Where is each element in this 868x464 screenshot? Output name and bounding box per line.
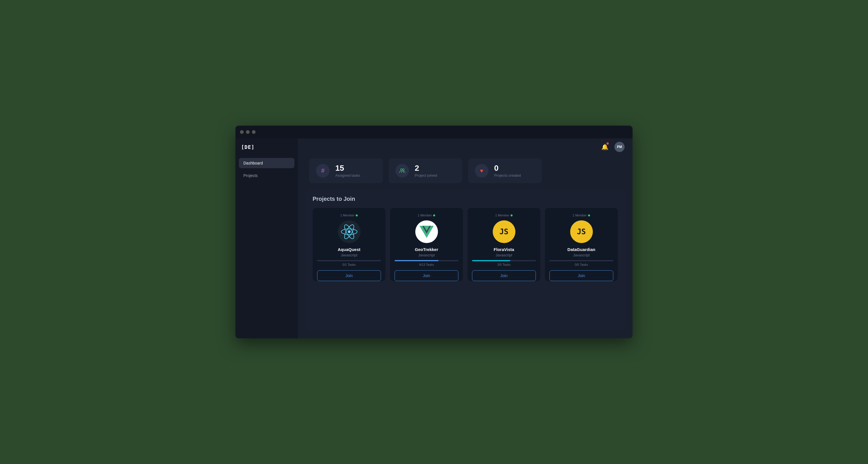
- member-info-geotrekker: 1 Member: [418, 214, 435, 217]
- react-icon: [341, 223, 358, 240]
- sidebar-item-projects[interactable]: Projects: [239, 171, 294, 181]
- project-card-geotrekker: 1 Member GeoTrekker Javascript: [390, 208, 463, 281]
- join-button-floravista[interactable]: Join: [472, 270, 536, 281]
- app-logo: [DE]: [239, 144, 294, 150]
- online-dot-geotrekker: [433, 214, 435, 216]
- join-button-geotrekker[interactable]: Join: [395, 270, 458, 281]
- progress-wrap-aquaquest: [317, 260, 381, 261]
- join-button-dataguardian[interactable]: Join: [550, 270, 613, 281]
- svg-point-1: [403, 169, 404, 171]
- js-text-floravista: JS: [499, 227, 508, 236]
- app-window: [DE] Dashboard Projects 🔔 PM #: [236, 126, 632, 338]
- project-lang-aquaquest: Javascript: [341, 253, 358, 257]
- topbar: 🔔 PM: [298, 138, 632, 155]
- projects-grid: 1 Member AquaQuest Javas: [313, 208, 618, 281]
- tasks-label-floravista: 3/5 Tasks: [497, 263, 510, 266]
- titlebar: [236, 126, 632, 138]
- vue-icon: [420, 226, 434, 238]
- svg-point-0: [401, 169, 402, 171]
- js-text-dataguardian: JS: [577, 227, 586, 236]
- project-joined-number: 2: [415, 164, 437, 172]
- projects-created-label: Projects created: [494, 173, 521, 178]
- project-name-floravista: FloraVista: [494, 247, 514, 252]
- notification-badge: [607, 143, 609, 145]
- stat-info-tasks: 15 Assigned tasks: [335, 164, 360, 178]
- avatar[interactable]: PM: [614, 142, 625, 152]
- project-logo-floravista: JS: [493, 220, 516, 243]
- heart-icon: ♥: [480, 167, 483, 174]
- project-joined-label: Project joined: [415, 173, 437, 178]
- member-info-aquaquest: 1 Member: [340, 214, 358, 217]
- project-name-aquaquest: AquaQuest: [338, 247, 360, 252]
- assigned-tasks-label: Assigned tasks: [335, 173, 360, 178]
- project-name-dataguardian: DataGuardian: [567, 247, 595, 252]
- stat-info-joined: 2 Project joined: [415, 164, 437, 178]
- notification-button[interactable]: 🔔: [600, 142, 610, 152]
- titlebar-dot-1: [240, 130, 244, 134]
- stat-icon-wrap-created: ♥: [475, 164, 489, 178]
- assigned-tasks-number: 15: [335, 164, 360, 172]
- project-logo-geotrekker: [415, 220, 438, 243]
- titlebar-dot-2: [246, 130, 250, 134]
- project-name-geotrekker: GeoTrekker: [415, 247, 438, 252]
- progress-fill-geotrekker: [395, 260, 438, 261]
- project-card-aquaquest: 1 Member AquaQuest Javas: [313, 208, 385, 281]
- stats-row: # 15 Assigned tasks: [298, 155, 632, 189]
- project-lang-floravista: Javascript: [496, 253, 512, 257]
- sidebar-item-dashboard[interactable]: Dashboard: [239, 158, 294, 168]
- project-logo-aquaquest: [338, 220, 361, 243]
- project-lang-dataguardian: Javascript: [573, 253, 590, 257]
- stat-info-created: 0 Projects created: [494, 164, 521, 178]
- online-dot-aquaquest: [356, 214, 358, 216]
- stat-icon-wrap-tasks: #: [316, 164, 330, 178]
- projects-created-number: 0: [494, 164, 521, 172]
- progress-wrap-dataguardian: [550, 260, 613, 261]
- group-icon: [399, 167, 406, 174]
- projects-section: Projects to Join 1 Member: [306, 189, 625, 331]
- tasks-label-dataguardian: 0/5 Tasks: [575, 263, 588, 266]
- hash-icon: #: [321, 167, 324, 175]
- stat-icon-wrap-joined: [396, 164, 409, 178]
- sidebar: [DE] Dashboard Projects: [236, 138, 298, 338]
- app-body: [DE] Dashboard Projects 🔔 PM #: [236, 138, 632, 338]
- online-dot-dataguardian: [588, 214, 590, 216]
- project-logo-dataguardian: JS: [570, 220, 593, 243]
- stat-card-project-joined: 2 Project joined: [389, 158, 462, 183]
- member-info-floravista: 1 Member: [495, 214, 513, 217]
- online-dot-floravista: [510, 214, 513, 216]
- member-info-dataguardian: 1 Member: [573, 214, 590, 217]
- project-lang-geotrekker: Javascript: [418, 253, 435, 257]
- titlebar-dot-3: [252, 130, 255, 134]
- stat-card-projects-created: ♥ 0 Projects created: [468, 158, 542, 183]
- progress-wrap-floravista: [472, 260, 536, 261]
- progress-wrap-geotrekker: [395, 260, 458, 261]
- join-button-aquaquest[interactable]: Join: [317, 270, 381, 281]
- progress-fill-floravista: [472, 260, 510, 261]
- svg-point-2: [348, 230, 351, 233]
- main-content: 🔔 PM # 15 Assigned tasks: [298, 138, 632, 338]
- tasks-label-geotrekker: 9/13 Tasks: [419, 263, 434, 266]
- stat-card-assigned-tasks: # 15 Assigned tasks: [309, 158, 383, 183]
- project-card-floravista: 1 Member JS FloraVista Javascript 3/5 Ta…: [467, 208, 540, 281]
- section-title: Projects to Join: [313, 196, 618, 202]
- tasks-label-aquaquest: 0/1 Tasks: [342, 263, 355, 266]
- project-card-dataguardian: 1 Member JS DataGuardian Javascript 0/5 …: [545, 208, 618, 281]
